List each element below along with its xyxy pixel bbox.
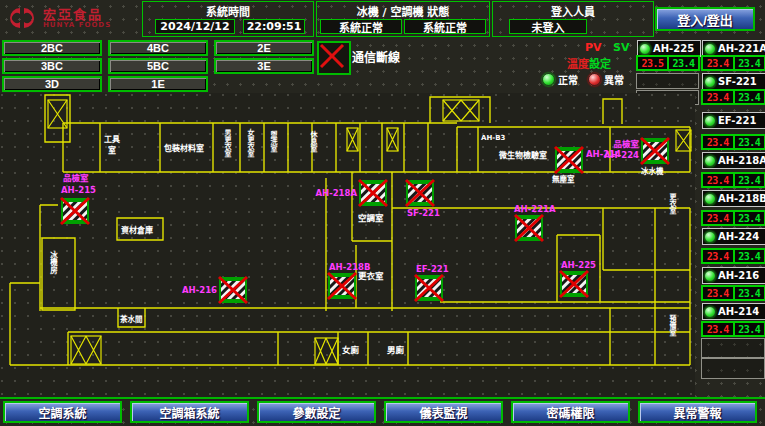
floor-button-3bc[interactable]: 3BC — [2, 58, 102, 74]
marker-label: EF-221 — [416, 264, 449, 274]
unit-values-ah224: 23.4 23.4 — [701, 248, 765, 264]
empty-slot — [636, 73, 699, 89]
unit-values-ef221: 23.4 23.4 — [701, 134, 765, 150]
hmi-screen: 宏亞食品 HUNYA FOODS 系統時間 2024/12/12 22:09:5… — [0, 0, 765, 426]
machine-status-panel: 冰機 / 空調機 狀態 系統正常 系統正常 — [316, 1, 490, 37]
marker-room-label: 品檢室 — [613, 139, 639, 149]
unit-lamp-icon — [704, 155, 716, 167]
nav-meter-monitor-button[interactable]: 儀表監視 — [384, 401, 503, 423]
pv-value: 23.4 — [702, 56, 734, 70]
unit-name-ah216[interactable]: AH-216 — [702, 267, 765, 284]
unit-name-ah218a[interactable]: AH-218A — [702, 152, 765, 169]
floor-button-3e[interactable]: 3E — [214, 58, 314, 74]
marker-label: AH-221A — [514, 204, 556, 214]
unit-label: EF-221 — [718, 115, 756, 126]
login-panel: 登入人員 未登入 — [492, 1, 654, 37]
unit-name-ah218b[interactable]: AH-218B — [702, 190, 765, 207]
normal-lamp-icon — [542, 73, 555, 86]
floor-button-2e[interactable]: 2E — [214, 40, 314, 56]
login-title: 登入人員 — [493, 3, 653, 19]
unit-name-ah224[interactable]: AH-224 — [702, 228, 765, 245]
unit-values-ah225: 23.5 23.4 — [636, 55, 700, 71]
marker-label: SF-221 — [407, 208, 440, 218]
unit-lamp-icon — [704, 231, 716, 243]
unit-name-ah214[interactable]: AH-214 — [702, 303, 765, 320]
sv-value: 23.4 — [734, 173, 765, 187]
chiller-status: 系統正常 — [320, 19, 402, 34]
room-label: 包裝材料室 — [163, 143, 204, 153]
floor-plan-map[interactable]: 工具 室 包裝材料室 男更衣室 女更衣室 盥洗室 休息室 AH-B3 微生物檢驗… — [0, 93, 695, 400]
unit-lamp-icon — [704, 43, 716, 55]
nav-password-permission-button[interactable]: 密碼權限 — [511, 401, 630, 423]
system-time-title: 系統時間 — [143, 3, 313, 19]
room-label: 女更衣室 — [246, 128, 255, 158]
unit-label: AH-225 — [653, 43, 694, 54]
unit-label: AH-214 — [718, 306, 759, 317]
floor-button-5bc[interactable]: 5BC — [108, 58, 208, 74]
nav-ac-system-button[interactable]: 空調系統 — [3, 401, 122, 423]
sv-value: 23.4 — [734, 135, 765, 149]
room-label: 冰機房 — [49, 250, 58, 275]
pv-value: 23.4 — [702, 90, 734, 104]
unit-label: AH-224 — [718, 231, 759, 242]
unit-name-ef221[interactable]: EF-221 — [702, 112, 765, 129]
machine-status-title: 冰機 / 空調機 狀態 — [317, 3, 489, 19]
room-label: 室 — [108, 145, 116, 155]
nav-alarm-button[interactable]: 異常警報 — [638, 401, 757, 423]
room-label: 女廁 — [342, 345, 360, 355]
unit-lamp-icon — [704, 76, 716, 88]
room-label: 更衣室 — [668, 193, 677, 215]
room-label: 預備室 — [668, 314, 677, 337]
setting-label: 溫度設定 — [567, 55, 611, 71]
marker-label: AH-216 — [182, 285, 217, 295]
marker-sub-label: 冰水機 — [641, 166, 664, 176]
room-label: 資材倉庫 — [121, 225, 153, 235]
unit-values-ah218a: 23.4 23.4 — [701, 172, 765, 188]
system-time-value: 22:09:51 — [243, 19, 305, 34]
sv-value: 23.4 — [734, 249, 765, 263]
floor-button-2bc[interactable]: 2BC — [2, 40, 102, 56]
abnormal-label: 異常 — [604, 72, 624, 87]
marker-label: AH-224 — [604, 150, 639, 160]
pv-value: 23.4 — [702, 135, 734, 149]
marker-label: AH-225 — [561, 260, 596, 270]
login-user-status: 未登入 — [509, 19, 587, 34]
unit-values-sf221: 23.4 23.4 — [701, 89, 765, 105]
comm-loss-symbol — [317, 41, 351, 75]
system-date-value: 2024/12/12 — [155, 19, 235, 34]
setting-label-red: 溫度 — [567, 58, 589, 71]
brand-name: 宏亞食品 — [43, 8, 111, 21]
brand-logo: 宏亞食品 HUNYA FOODS — [4, 2, 134, 34]
sv-value: 23.4 — [734, 90, 765, 104]
pv-value: 23.4 — [702, 286, 734, 300]
room-label: 男廁 — [387, 345, 405, 355]
marker-room-label: 品檢室 — [63, 173, 89, 183]
room-label: 工具 — [104, 135, 120, 144]
legend-normal: 正常 — [542, 72, 578, 87]
marker-label: AH-215 — [61, 185, 96, 195]
room-label: 微生物檢驗室 — [498, 150, 547, 160]
empty-slot — [701, 358, 765, 379]
unit-label: AH-216 — [718, 270, 759, 281]
unit-lamp-icon — [704, 270, 716, 282]
legend-abnormal: 異常 — [588, 72, 624, 87]
floor-button-4bc[interactable]: 4BC — [108, 40, 208, 56]
pv-value: 23.4 — [702, 322, 734, 336]
pv-value: 23.5 — [637, 56, 668, 70]
sv-header: SV — [613, 41, 629, 54]
unit-values-ah216: 23.4 23.4 — [701, 285, 765, 301]
room-label: 茶水間 — [119, 314, 143, 324]
unit-values-ah214: 23.4 23.4 — [701, 321, 765, 337]
floor-button-1e[interactable]: 1E — [108, 76, 208, 92]
nav-parameter-settings-button[interactable]: 參數設定 — [257, 401, 376, 423]
sv-value: 23.4 — [734, 211, 765, 225]
unit-values-ah221a: 23.4 23.4 — [701, 55, 765, 71]
room-label: 更衣室 — [358, 271, 384, 281]
nav-ahu-system-button[interactable]: 空調箱系統 — [130, 401, 249, 423]
comm-loss-label: 通信斷線 — [352, 48, 400, 65]
comm-loss-x-icon — [319, 43, 345, 69]
login-logout-button[interactable]: 登入/登出 — [655, 7, 755, 31]
room-label: 盥洗室 — [269, 130, 278, 153]
unit-name-sf221[interactable]: SF-221 — [702, 73, 765, 90]
floor-button-3d[interactable]: 3D — [2, 76, 102, 92]
